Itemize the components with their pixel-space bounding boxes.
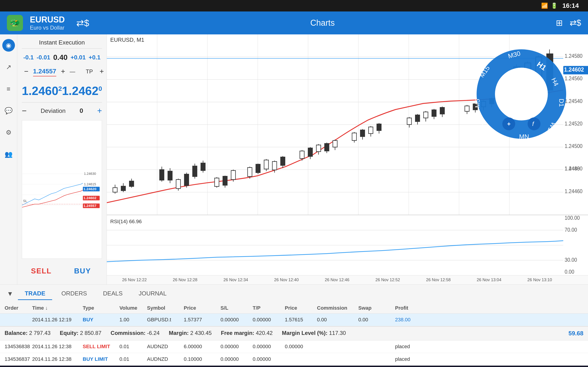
- td-profit-0: 238.00: [395, 317, 432, 323]
- sidebar-icon-chart[interactable]: ◉: [2, 39, 15, 52]
- header-add-icon[interactable]: ⊞: [556, 18, 563, 28]
- svg-rect-56: [248, 167, 252, 176]
- sl-row: − 1.24557 + — TP +: [22, 66, 102, 77]
- vol-plus-001[interactable]: +0.01: [70, 54, 86, 61]
- time-labels: 26 Nov 12:22 26 Nov 12:28 26 Nov 12:34 2…: [109, 277, 565, 282]
- sidebar-icon-list[interactable]: ≡: [2, 83, 15, 95]
- svg-rect-80: [369, 127, 373, 133]
- svg-rect-82: [377, 124, 381, 131]
- table-row-order-0: 134536838 2014.11.26 12:38 SELL LIMIT 0.…: [0, 340, 588, 353]
- col-volume: Volume: [120, 305, 147, 311]
- equity-value: 2 850.87: [80, 330, 101, 336]
- td-price1-r1: 0.10000: [184, 356, 221, 362]
- time-label-0: 26 Nov 12:22: [122, 277, 147, 282]
- bid-main: 1.2460: [22, 84, 58, 98]
- svg-rect-92: [440, 107, 444, 114]
- ask-price: 1.24620: [62, 84, 102, 98]
- sidebar-icon-chat[interactable]: 💬: [2, 104, 15, 117]
- svg-text:1.24602: 1.24602: [84, 196, 96, 200]
- td-symbol-r0: AUDNZD: [147, 344, 184, 350]
- sidebar-icon-settings[interactable]: ⚙: [2, 126, 15, 139]
- svg-text:+: +: [507, 120, 510, 127]
- svg-text:MN: MN: [519, 133, 529, 140]
- summary-profit: 59.68: [569, 330, 583, 337]
- ask-sup: 0: [99, 85, 102, 92]
- deviation-label: Deviation: [41, 107, 65, 115]
- td-profit-r1: placed: [395, 356, 432, 362]
- tab-trade[interactable]: TRADE: [18, 288, 52, 300]
- svg-rect-44: [184, 174, 189, 186]
- deviation-minus[interactable]: −: [22, 106, 27, 116]
- svg-rect-84: [407, 118, 411, 125]
- td-tp-r1: 0.00000: [253, 356, 285, 362]
- td-sl-r1: 0.00000: [221, 356, 253, 362]
- col-price2: Price: [285, 305, 317, 311]
- td-time-r1: 2014.11.26 12:38: [32, 356, 83, 362]
- buy-button[interactable]: BUY: [63, 262, 102, 280]
- sl-label: —: [70, 68, 84, 75]
- vol-minus-01[interactable]: -0.1: [23, 54, 34, 61]
- sell-buy-row: SELL BUY: [22, 262, 102, 280]
- svg-rect-32: [113, 188, 117, 192]
- svg-rect-76: [352, 133, 356, 141]
- svg-point-142: [527, 117, 540, 130]
- summary-commission: Commission: -6.24: [111, 330, 160, 337]
- svg-text:M5: M5: [474, 99, 481, 108]
- td-time-0: 2014.11.26 12:19: [32, 317, 83, 323]
- summary-equity: Equity: 2 850.87: [60, 330, 101, 337]
- svg-rect-34: [121, 186, 125, 191]
- time-label-6: 26 Nov 12:58: [426, 277, 451, 282]
- sl-minus-btn[interactable]: −: [22, 66, 31, 77]
- time-axis: 26 Nov 12:22 26 Nov 12:28 26 Nov 12:34 2…: [107, 275, 588, 284]
- sidebar-icon-users[interactable]: 👥: [2, 148, 15, 161]
- bid-ask-row: 1.24602 1.24620: [22, 84, 102, 98]
- td-symbol-0: GBPUSD.t: [147, 317, 184, 323]
- svg-rect-60: [264, 160, 268, 169]
- header-switch-icon[interactable]: ⇄$: [570, 18, 581, 28]
- td-price2-r0: 0.00000: [285, 344, 317, 350]
- svg-point-130: [495, 68, 548, 120]
- sidebar-icon-trend[interactable]: ↗: [2, 61, 15, 73]
- td-type-0: BUY: [83, 317, 120, 323]
- td-type-r0: SELL LIMIT: [83, 344, 120, 350]
- col-sl: S/L: [221, 305, 253, 311]
- sl-value[interactable]: 1.24557: [33, 67, 56, 76]
- td-symbol-r1: AUDNZD: [147, 356, 184, 362]
- tab-journal[interactable]: JOURNAL: [132, 288, 173, 300]
- tab-deals[interactable]: DEALS: [96, 288, 130, 300]
- top-header: 🐲 EURUSD Euro vs Dollar ⇄$ Charts ⊞ ⇄$: [0, 11, 588, 34]
- tab-orders[interactable]: ORDERS: [54, 288, 94, 300]
- svg-rect-42: [176, 180, 181, 189]
- td-tp-r0: 0.00000: [253, 344, 285, 350]
- tab-arrow[interactable]: ▼: [5, 288, 16, 300]
- svg-text:1.4480: 1.4480: [565, 166, 580, 172]
- svg-rect-48: [201, 163, 205, 171]
- col-commission: Commission: [317, 305, 358, 311]
- td-volume-r1: 0.01: [120, 356, 147, 362]
- svg-text:70.00: 70.00: [565, 227, 577, 233]
- svg-rect-50: [215, 178, 219, 186]
- time-label-1: 26 Nov 12:28: [173, 277, 197, 282]
- sl-plus-btn[interactable]: +: [59, 66, 68, 77]
- tp-label: TP: [86, 68, 95, 75]
- volume-adjusters: -0.1 -0.01 0.40 +0.01 +0.1: [22, 53, 102, 62]
- summary-row: Balance: 2 797.43 Equity: 2 850.87 Commi…: [0, 326, 588, 340]
- col-order: Order: [5, 305, 32, 311]
- bid-price: 1.24602: [22, 84, 62, 98]
- time-label-3: 26 Nov 12:40: [274, 277, 299, 282]
- tp-plus-btn[interactable]: +: [97, 66, 106, 77]
- svg-text:1.24500: 1.24500: [565, 143, 582, 149]
- header-charts-label: Charts: [310, 18, 335, 28]
- vol-minus-001[interactable]: -0.01: [36, 54, 50, 61]
- svg-rect-62: [272, 161, 277, 170]
- vol-plus-01[interactable]: +0.1: [89, 54, 100, 61]
- sell-button[interactable]: SELL: [22, 262, 61, 280]
- col-time[interactable]: Time ↓: [32, 305, 83, 311]
- timeframe-wheel[interactable]: H1 M30 H4 M15 D1 M5 W1 M1 MN +: [473, 46, 570, 142]
- header-symbol: EURUSD: [30, 15, 65, 25]
- deviation-plus[interactable]: +: [97, 106, 102, 116]
- header-right: ⊞ ⇄$: [556, 18, 581, 28]
- col-swap: Swap: [358, 305, 395, 311]
- svg-text:1.24620: 1.24620: [84, 187, 96, 191]
- header-trade-icon[interactable]: ⇄$: [76, 18, 89, 28]
